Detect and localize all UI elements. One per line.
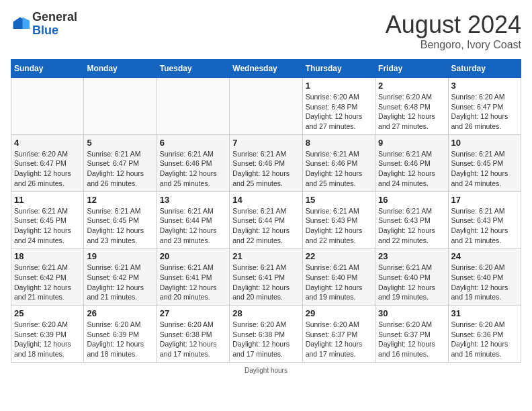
calendar-header-row: SundayMondayTuesdayWednesdayThursdayFrid… xyxy=(11,60,521,78)
logo-general: General xyxy=(32,10,77,24)
calendar-cell: 1Sunrise: 6:20 AM Sunset: 6:48 PM Daylig… xyxy=(302,78,375,135)
calendar-cell xyxy=(157,78,229,135)
calendar-cell: 28Sunrise: 6:20 AM Sunset: 6:38 PM Dayli… xyxy=(230,306,302,363)
day-number: 24 xyxy=(451,251,518,261)
logo-text: General Blue xyxy=(32,11,77,38)
day-info: Sunrise: 6:21 AM Sunset: 6:43 PM Dayligh… xyxy=(378,206,445,246)
day-number: 9 xyxy=(378,138,445,148)
calendar-week-2: 11Sunrise: 6:21 AM Sunset: 6:45 PM Dayli… xyxy=(11,191,521,248)
calendar-cell: 13Sunrise: 6:21 AM Sunset: 6:44 PM Dayli… xyxy=(157,191,229,248)
day-number: 12 xyxy=(87,195,153,205)
day-info: Sunrise: 6:20 AM Sunset: 6:38 PM Dayligh… xyxy=(232,320,299,359)
day-number: 13 xyxy=(160,195,226,205)
calendar-header-wednesday: Wednesday xyxy=(230,60,302,78)
calendar-cell: 29Sunrise: 6:20 AM Sunset: 6:37 PM Dayli… xyxy=(302,306,375,363)
day-info: Sunrise: 6:20 AM Sunset: 6:48 PM Dayligh… xyxy=(306,92,372,132)
day-info: Sunrise: 6:21 AM Sunset: 6:45 PM Dayligh… xyxy=(14,206,81,246)
day-info: Sunrise: 6:21 AM Sunset: 6:40 PM Dayligh… xyxy=(306,263,372,302)
day-number: 30 xyxy=(378,308,445,318)
day-info: Sunrise: 6:20 AM Sunset: 6:47 PM Dayligh… xyxy=(14,149,81,189)
day-info: Sunrise: 6:21 AM Sunset: 6:46 PM Dayligh… xyxy=(378,149,445,189)
calendar-week-4: 25Sunrise: 6:20 AM Sunset: 6:39 PM Dayli… xyxy=(11,306,521,363)
day-number: 5 xyxy=(87,138,153,148)
page-header: General Blue August 2024 Bengoro, Ivory … xyxy=(11,11,521,51)
calendar-cell: 3Sunrise: 6:20 AM Sunset: 6:47 PM Daylig… xyxy=(448,78,521,135)
calendar-cell: 4Sunrise: 6:20 AM Sunset: 6:47 PM Daylig… xyxy=(11,134,84,191)
day-info: Sunrise: 6:21 AM Sunset: 6:40 PM Dayligh… xyxy=(378,263,445,302)
month-year: August 2024 xyxy=(386,11,521,39)
day-info: Sunrise: 6:20 AM Sunset: 6:38 PM Dayligh… xyxy=(160,320,226,359)
calendar-cell: 24Sunrise: 6:20 AM Sunset: 6:40 PM Dayli… xyxy=(448,248,521,306)
day-info: Sunrise: 6:20 AM Sunset: 6:40 PM Dayligh… xyxy=(451,263,518,302)
calendar-cell: 19Sunrise: 6:21 AM Sunset: 6:42 PM Dayli… xyxy=(84,248,157,306)
day-info: Sunrise: 6:21 AM Sunset: 6:43 PM Dayligh… xyxy=(306,206,372,246)
calendar-cell: 12Sunrise: 6:21 AM Sunset: 6:45 PM Dayli… xyxy=(84,191,157,248)
calendar-cell: 10Sunrise: 6:21 AM Sunset: 6:45 PM Dayli… xyxy=(448,134,521,191)
calendar-cell: 5Sunrise: 6:21 AM Sunset: 6:47 PM Daylig… xyxy=(84,134,157,191)
calendar-cell xyxy=(84,78,157,135)
title-block: August 2024 Bengoro, Ivory Coast xyxy=(386,11,521,51)
day-number: 21 xyxy=(232,251,299,261)
logo: General Blue xyxy=(11,11,77,38)
calendar-cell: 26Sunrise: 6:20 AM Sunset: 6:39 PM Dayli… xyxy=(84,306,157,363)
logo-blue: Blue xyxy=(32,24,58,37)
calendar-cell: 6Sunrise: 6:21 AM Sunset: 6:46 PM Daylig… xyxy=(157,134,229,191)
calendar-cell: 31Sunrise: 6:20 AM Sunset: 6:36 PM Dayli… xyxy=(448,306,521,363)
day-number: 18 xyxy=(14,251,81,261)
day-number: 22 xyxy=(306,251,372,261)
day-info: Sunrise: 6:20 AM Sunset: 6:37 PM Dayligh… xyxy=(378,320,445,359)
calendar-cell: 18Sunrise: 6:21 AM Sunset: 6:42 PM Dayli… xyxy=(11,248,84,306)
day-info: Sunrise: 6:20 AM Sunset: 6:39 PM Dayligh… xyxy=(14,320,81,359)
day-number: 11 xyxy=(14,195,81,205)
day-number: 2 xyxy=(378,81,445,91)
calendar-cell: 14Sunrise: 6:21 AM Sunset: 6:44 PM Dayli… xyxy=(230,191,302,248)
day-number: 15 xyxy=(306,195,372,205)
day-number: 26 xyxy=(87,308,153,318)
calendar-header-monday: Monday xyxy=(84,60,157,78)
day-info: Sunrise: 6:20 AM Sunset: 6:39 PM Dayligh… xyxy=(87,320,153,359)
day-info: Sunrise: 6:21 AM Sunset: 6:42 PM Dayligh… xyxy=(14,263,81,302)
calendar-cell: 21Sunrise: 6:21 AM Sunset: 6:41 PM Dayli… xyxy=(230,248,302,306)
logo-icon xyxy=(11,15,30,34)
calendar-header-thursday: Thursday xyxy=(302,60,375,78)
calendar-cell: 30Sunrise: 6:20 AM Sunset: 6:37 PM Dayli… xyxy=(375,306,448,363)
calendar-cell: 25Sunrise: 6:20 AM Sunset: 6:39 PM Dayli… xyxy=(11,306,84,363)
day-info: Sunrise: 6:20 AM Sunset: 6:48 PM Dayligh… xyxy=(378,92,445,132)
day-info: Sunrise: 6:21 AM Sunset: 6:45 PM Dayligh… xyxy=(451,149,518,189)
calendar-header-saturday: Saturday xyxy=(448,60,521,78)
day-info: Sunrise: 6:21 AM Sunset: 6:46 PM Dayligh… xyxy=(306,149,372,189)
day-info: Sunrise: 6:21 AM Sunset: 6:42 PM Dayligh… xyxy=(87,263,153,302)
location: Bengoro, Ivory Coast xyxy=(386,39,521,51)
calendar-header-tuesday: Tuesday xyxy=(157,60,229,78)
day-number: 27 xyxy=(160,308,226,318)
calendar-cell: 17Sunrise: 6:21 AM Sunset: 6:43 PM Dayli… xyxy=(448,191,521,248)
day-number: 31 xyxy=(451,308,518,318)
day-number: 8 xyxy=(306,138,372,148)
day-number: 20 xyxy=(160,251,226,261)
calendar-table: SundayMondayTuesdayWednesdayThursdayFrid… xyxy=(11,59,521,363)
calendar-week-1: 4Sunrise: 6:20 AM Sunset: 6:47 PM Daylig… xyxy=(11,134,521,191)
day-info: Sunrise: 6:21 AM Sunset: 6:47 PM Dayligh… xyxy=(87,149,153,189)
day-info: Sunrise: 6:21 AM Sunset: 6:46 PM Dayligh… xyxy=(160,149,226,189)
day-number: 4 xyxy=(14,138,81,148)
calendar-cell: 22Sunrise: 6:21 AM Sunset: 6:40 PM Dayli… xyxy=(302,248,375,306)
day-number: 6 xyxy=(160,138,226,148)
calendar-cell: 2Sunrise: 6:20 AM Sunset: 6:48 PM Daylig… xyxy=(375,78,448,135)
calendar-cell: 16Sunrise: 6:21 AM Sunset: 6:43 PM Dayli… xyxy=(375,191,448,248)
day-number: 29 xyxy=(306,308,372,318)
day-number: 1 xyxy=(306,81,372,91)
day-info: Sunrise: 6:21 AM Sunset: 6:44 PM Dayligh… xyxy=(160,206,226,246)
svg-marker-1 xyxy=(23,17,30,29)
day-info: Sunrise: 6:21 AM Sunset: 6:41 PM Dayligh… xyxy=(232,263,299,302)
calendar-cell: 9Sunrise: 6:21 AM Sunset: 6:46 PM Daylig… xyxy=(375,134,448,191)
day-number: 7 xyxy=(232,138,299,148)
calendar-week-3: 18Sunrise: 6:21 AM Sunset: 6:42 PM Dayli… xyxy=(11,248,521,306)
day-info: Sunrise: 6:21 AM Sunset: 6:41 PM Dayligh… xyxy=(160,263,226,302)
calendar-cell: 15Sunrise: 6:21 AM Sunset: 6:43 PM Dayli… xyxy=(302,191,375,248)
calendar-cell xyxy=(230,78,302,135)
calendar-header-friday: Friday xyxy=(375,60,448,78)
day-number: 19 xyxy=(87,251,153,261)
day-number: 28 xyxy=(232,308,299,318)
calendar-cell: 7Sunrise: 6:21 AM Sunset: 6:46 PM Daylig… xyxy=(230,134,302,191)
day-number: 16 xyxy=(378,195,445,205)
